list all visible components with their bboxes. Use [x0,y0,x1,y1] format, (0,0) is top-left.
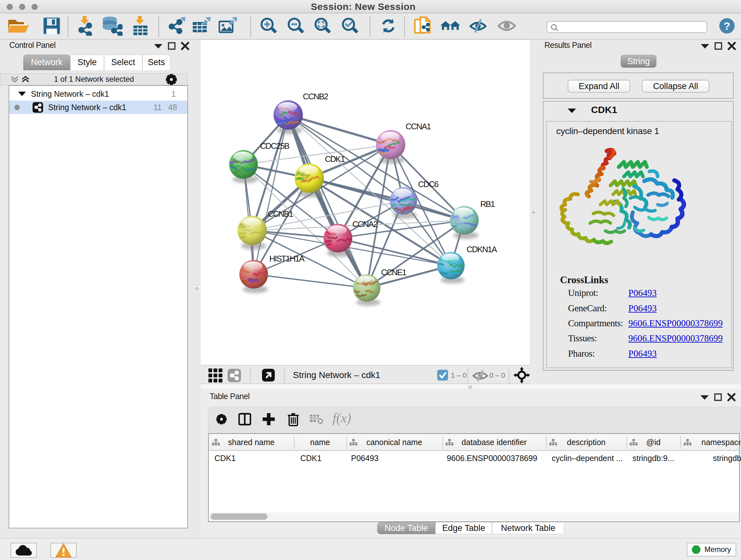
svg-text:CDC25B: CDC25B [260,141,289,151]
svg-text:?: ? [724,20,731,32]
svg-text:CDKN1A: CDKN1A [467,245,497,254]
svg-text:CCNA2: CCNA2 [352,219,378,229]
svg-text:CDK1: CDK1 [325,154,345,164]
svg-text:CDC6: CDC6 [418,179,439,189]
svg-text:CCNA1: CCNA1 [406,122,431,131]
svg-text:CCNE1: CCNE1 [381,267,407,277]
svg-text:RB1: RB1 [480,199,495,209]
svg-text:CCNB1: CCNB1 [268,209,293,219]
svg-text:HIST1H1A: HIST1H1A [269,254,305,263]
svg-text:CCNB2: CCNB2 [303,91,328,101]
